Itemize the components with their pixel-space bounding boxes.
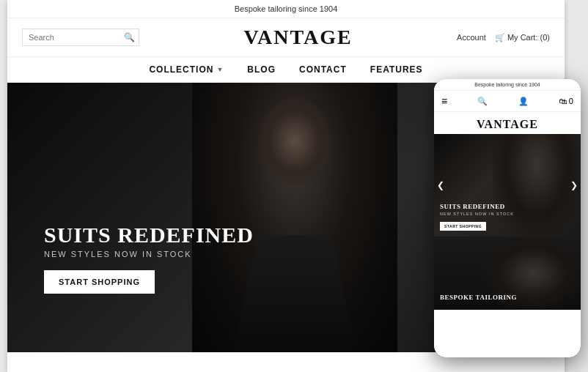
header-actions: Account 🛒 My Cart: (0) [457,33,550,42]
mobile-hero-title: SUITS REDEFINED [440,203,514,210]
announcement-text: Bespoke tailoring since 1904 [235,4,338,13]
announcement-bar: Bespoke tailoring since 1904 [7,0,565,18]
mobile-second-title: BESPOKE TAILORING [440,294,517,301]
nav-item-features[interactable]: FEATURES [370,64,423,75]
mobile-screen: Bespoke tailoring since 1904 ≡ 🔍 👤 🛍 0 V… [434,79,581,357]
mobile-hero-content: SUITS REDEFINED NEW STYLES NOW IN STOCK … [440,203,514,231]
mobile-hamburger-icon[interactable]: ≡ [441,95,447,107]
nav-item-blog[interactable]: BLOG [247,64,276,75]
mobile-device: Bespoke tailoring since 1904 ≡ 🔍 👤 🛍 0 V… [434,79,581,357]
hero-content: SUITS REDEFINED NEW STYLES NOW IN STOCK … [44,223,254,294]
cart-icon: 🛒 [495,33,505,42]
search-area: 🔍 [22,29,139,46]
mobile-cart-icon[interactable]: 🛍 0 [559,97,573,105]
chevron-down-icon: ▼ [216,66,224,73]
mobile-search-icon[interactable]: 🔍 [477,97,488,106]
nav-item-collection[interactable]: COLLECTION ▼ [149,64,224,75]
cart-link[interactable]: 🛒 My Cart: (0) [495,33,550,42]
mobile-announcement-text: Bespoke tailoring since 1904 [474,82,540,87]
mobile-hero-subtitle: NEW STYLES NOW IN STOCK [440,212,514,216]
site-logo[interactable]: VANTAGE [243,26,352,49]
hero-subtitle: NEW STYLES NOW IN STOCK [44,250,254,258]
search-icon: 🔍 [124,32,135,42]
hero-cta-button[interactable]: START SHOPPING [44,270,155,294]
site-header: 🔍 VANTAGE Account 🛒 My Cart: (0) [7,18,565,57]
mobile-next-arrow[interactable]: ❯ [570,180,578,190]
search-button[interactable]: 🔍 [124,32,135,42]
mobile-prev-arrow[interactable]: ❮ [437,180,444,190]
mobile-hero-section: ❮ ❯ SUITS REDEFINED NEW STYLES NOW IN ST… [434,134,581,237]
mobile-header: ≡ 🔍 👤 🛍 0 [434,91,581,112]
account-link[interactable]: Account [457,33,486,42]
mobile-logo[interactable]: VANTAGE [434,112,581,134]
cart-label: My Cart: (0) [507,33,550,42]
mobile-user-icon[interactable]: 👤 [518,97,529,106]
mobile-second-section: BESPOKE TAILORING [434,237,581,310]
mobile-announcement-bar: Bespoke tailoring since 1904 [434,79,581,91]
hero-figure [192,83,397,352]
search-input[interactable] [29,33,124,42]
nav-label-collection: COLLECTION [149,64,213,75]
nav-item-contact[interactable]: CONTACT [299,64,347,75]
mobile-hero-cta-button[interactable]: START SHOPPING [440,222,486,231]
hero-title: SUITS REDEFINED [44,223,254,247]
